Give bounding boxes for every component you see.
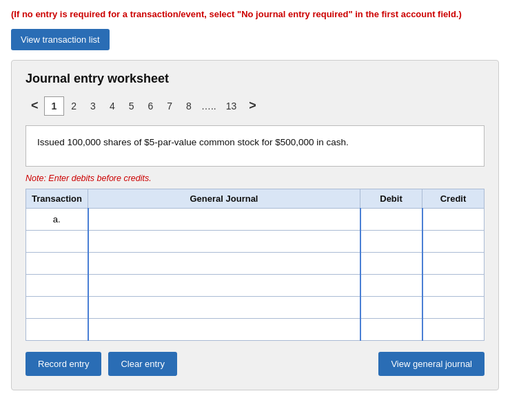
input-credit-4[interactable] [423, 297, 484, 318]
table-row [26, 231, 484, 253]
input-debit-0[interactable] [361, 209, 422, 230]
table-row [26, 297, 484, 319]
input-general-journal-0[interactable] [89, 209, 360, 230]
input-general-journal-5[interactable] [89, 319, 360, 340]
pagination: < 1 2 3 4 5 6 7 8 ….. 13 > [26, 96, 484, 116]
cell-transaction-2 [26, 253, 88, 275]
input-credit-0[interactable] [423, 209, 484, 230]
cell-debit-0[interactable] [360, 209, 422, 231]
input-debit-4[interactable] [361, 297, 422, 318]
input-general-journal-3[interactable] [89, 275, 360, 296]
input-credit-5[interactable] [423, 319, 484, 340]
instruction-text: (If no entry is required for a transacti… [11, 8, 499, 21]
view-general-journal-button[interactable]: View general journal [378, 352, 484, 376]
input-general-journal-4[interactable] [89, 297, 360, 318]
bottom-buttons: Record entry Clear entry View general jo… [26, 352, 484, 376]
input-debit-5[interactable] [361, 319, 422, 340]
page-dots: ….. [198, 97, 219, 115]
col-header-transaction: Transaction [26, 189, 88, 209]
table-row [26, 253, 484, 275]
view-transaction-button[interactable]: View transaction list [11, 29, 110, 50]
cell-transaction-5 [26, 319, 88, 341]
page-3-button[interactable]: 3 [83, 97, 103, 115]
cell-debit-3[interactable] [360, 275, 422, 297]
input-debit-1[interactable] [361, 231, 422, 252]
worksheet-container: Journal entry worksheet < 1 2 3 4 5 6 7 … [11, 60, 499, 390]
input-credit-1[interactable] [423, 231, 484, 252]
cell-transaction-3 [26, 275, 88, 297]
journal-table: Transaction General Journal Debit Credit… [26, 189, 484, 341]
cell-credit-1[interactable] [422, 231, 484, 253]
table-row [26, 275, 484, 297]
col-header-general-journal: General Journal [88, 189, 360, 209]
col-header-debit: Debit [360, 189, 422, 209]
cell-general-journal-2[interactable] [88, 253, 360, 275]
cell-credit-4[interactable] [422, 297, 484, 319]
cell-credit-3[interactable] [422, 275, 484, 297]
page-7-button[interactable]: 7 [160, 97, 179, 115]
next-page-button[interactable]: > [243, 96, 262, 116]
col-header-credit: Credit [422, 189, 484, 209]
table-row: a. [26, 209, 484, 231]
clear-entry-button[interactable]: Clear entry [108, 352, 177, 376]
page-8-button[interactable]: 8 [179, 97, 198, 115]
prev-page-button[interactable]: < [26, 96, 44, 116]
cell-transaction-1 [26, 231, 88, 253]
input-general-journal-1[interactable] [89, 231, 360, 252]
input-general-journal-2[interactable] [89, 253, 360, 274]
cell-debit-2[interactable] [360, 253, 422, 275]
transaction-description: Issued 100,000 shares of $5-par-value co… [26, 125, 484, 167]
worksheet-title: Journal entry worksheet [26, 72, 484, 86]
table-row [26, 319, 484, 341]
input-credit-2[interactable] [423, 253, 484, 274]
input-debit-2[interactable] [361, 253, 422, 274]
cell-credit-2[interactable] [422, 253, 484, 275]
cell-transaction-0: a. [26, 209, 88, 231]
page-2-button[interactable]: 2 [64, 97, 83, 115]
page-1-button[interactable]: 1 [44, 96, 65, 116]
cell-credit-5[interactable] [422, 319, 484, 341]
cell-debit-5[interactable] [360, 319, 422, 341]
cell-transaction-4 [26, 297, 88, 319]
cell-general-journal-3[interactable] [88, 275, 360, 297]
cell-debit-1[interactable] [360, 231, 422, 253]
input-credit-3[interactable] [423, 275, 484, 296]
record-entry-button[interactable]: Record entry [26, 352, 101, 376]
page-5-button[interactable]: 5 [122, 97, 141, 115]
cell-credit-0[interactable] [422, 209, 484, 231]
page-13-button[interactable]: 13 [219, 97, 244, 115]
cell-debit-4[interactable] [360, 297, 422, 319]
input-debit-3[interactable] [361, 275, 422, 296]
cell-general-journal-4[interactable] [88, 297, 360, 319]
cell-general-journal-1[interactable] [88, 231, 360, 253]
note-text: Note: Enter debits before credits. [26, 174, 484, 183]
cell-general-journal-5[interactable] [88, 319, 360, 341]
page-4-button[interactable]: 4 [103, 97, 122, 115]
cell-general-journal-0[interactable] [88, 209, 360, 231]
page-6-button[interactable]: 6 [141, 97, 161, 115]
